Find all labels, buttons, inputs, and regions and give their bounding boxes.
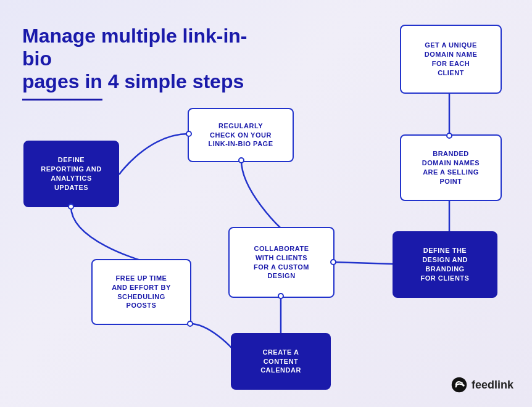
box-get-unique-domain: GET A UNIQUEDOMAIN NAMEFOR EACHCLIENT [400, 25, 502, 94]
dot-branded [446, 133, 452, 139]
feedlink-logo: feedlink [451, 376, 513, 393]
box-free-up-time: FREE UP TIMEAND EFFORT BYSCHEDULINGPOOST… [91, 259, 191, 325]
svg-point-5 [462, 384, 465, 387]
title-underline [22, 99, 102, 101]
box-regularly-check: REGULARLYCHECK ON YOURLINK-IN-BIO PAGE [188, 108, 294, 162]
box-create-content: CREATE ACONTENTCALENDAR [231, 333, 331, 390]
box-branded-domain: BRANDEDDOMAIN NAMESARE A SELLINGPOINT [400, 134, 502, 201]
main-container: Manage multiple link-in-biopages in 4 si… [0, 0, 532, 407]
page-title: Manage multiple link-in-biopages in 4 si… [22, 25, 257, 92]
box-define-reporting: DEFINEREPORTING ANDANALYTICSUPDATES [23, 141, 119, 207]
dot-collaborate-bottom [278, 293, 284, 299]
dot-collaborate-right [330, 259, 336, 265]
dot-check [186, 131, 192, 137]
dot-freeup [187, 321, 193, 327]
title-block: Manage multiple link-in-biopages in 4 si… [22, 25, 257, 101]
svg-point-4 [452, 377, 467, 393]
feedlink-icon [451, 376, 468, 393]
box-collaborate: COLLABORATEWITH CLIENTSFOR A CUSTOMDESIG… [228, 227, 335, 298]
feedlink-text: feedlink [472, 379, 513, 392]
dot-regularly [238, 157, 244, 163]
svg-line-2 [333, 262, 393, 264]
box-define-design: DEFINE THEDESIGN ANDBRANDINGFOR CLIENTS [393, 231, 497, 298]
dot-reporting-bottom [68, 204, 74, 210]
